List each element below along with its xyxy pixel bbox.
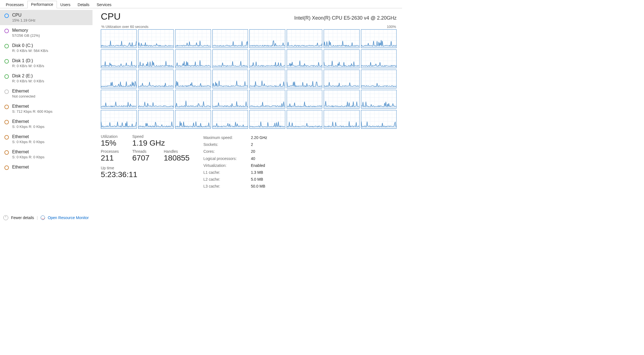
sidebar-item-title: Disk 0 (C:) (12, 43, 48, 48)
circle-icon (4, 150, 9, 155)
core-chart-12 (249, 49, 285, 68)
spec-val: Enabled (251, 162, 265, 169)
sidebar-item-sub: S: 712 Kbps R: 600 Kbps (12, 109, 52, 114)
core-chart-19 (212, 70, 248, 88)
spec-key: Sockets: (203, 141, 247, 148)
sidebar-item-3[interactable]: Disk 1 (D:)R: 0 KB/s W: 0 KB/s (0, 56, 93, 71)
tab-processes[interactable]: Processes (2, 1, 27, 8)
fewer-details-link[interactable]: Fewer details (11, 215, 34, 220)
spec-key: Maximum speed: (203, 134, 247, 141)
core-chart-6 (324, 29, 360, 48)
spec-row: Cores:20 (203, 148, 267, 155)
spec-val: 1.3 MB (251, 169, 263, 176)
sidebar-item-5[interactable]: EthernetNot connected (0, 86, 93, 101)
core-chart-23 (361, 70, 397, 88)
open-resource-monitor-link[interactable]: Open Resource Monitor (48, 215, 89, 220)
handles-label: Handles (164, 149, 189, 154)
task-manager-window: ProcessesPerformanceUsersDetailsServices… (0, 0, 402, 222)
sidebar-item-sub: Not connected (12, 94, 35, 98)
core-chart-15 (361, 49, 397, 68)
sidebar-item-title: Memory (12, 28, 40, 33)
circle-icon (4, 90, 9, 94)
processes-value: 211 (101, 154, 126, 162)
tab-users[interactable]: Users (57, 1, 74, 8)
core-chart-29 (287, 90, 323, 109)
core-chart-17 (138, 70, 174, 88)
circle-icon (4, 59, 9, 64)
threads-value: 6707 (132, 154, 157, 162)
circle-icon (4, 14, 9, 18)
main-header: CPU Intel(R) Xeon(R) CPU E5-2630 v4 @ 2.… (101, 11, 397, 22)
sidebar-item-4[interactable]: Disk 2 (E:)R: 0 KB/s W: 0 KB/s (0, 71, 93, 86)
core-chart-31 (361, 90, 397, 109)
core-chart-24 (101, 90, 137, 109)
page-title: CPU (101, 11, 121, 22)
resource-monitor-icon[interactable] (41, 215, 45, 220)
tab-details[interactable]: Details (74, 1, 93, 8)
core-chart-37 (287, 110, 323, 129)
sidebar-item-title: Ethernet (12, 134, 44, 139)
core-chart-32 (101, 110, 137, 129)
circle-icon (4, 165, 9, 170)
core-chart-1 (138, 29, 174, 48)
sidebar-item-0[interactable]: CPU15% 1.19 GHz (0, 10, 93, 25)
sidebar-item-sub: 15% 1.19 GHz (12, 18, 36, 22)
sidebar-item-sub: S: 0 Kbps R: 0 Kbps (12, 125, 44, 129)
core-chart-9 (138, 49, 174, 68)
separator: | (37, 215, 38, 220)
sidebar-item-9[interactable]: EthernetS: 0 Kbps R: 0 Kbps (0, 147, 93, 162)
spec-key: Virtualization: (203, 162, 247, 169)
spec-key: L1 cache: (203, 169, 247, 176)
sidebar-item-1[interactable]: Memory57/256 GB (22%) (0, 25, 93, 40)
core-chart-13 (287, 49, 323, 68)
sidebar-item-7[interactable]: EthernetS: 0 Kbps R: 0 Kbps (0, 116, 93, 132)
circle-icon (4, 135, 9, 140)
speed-value: 1.19 GHz (132, 139, 165, 148)
spec-val: 5.0 MB (251, 176, 263, 183)
spec-row: L2 cache:5.0 MB (203, 176, 267, 183)
cpu-core-grid (101, 29, 397, 129)
core-chart-27 (212, 90, 248, 109)
tab-services[interactable]: Services (93, 1, 115, 8)
sidebar-item-title: Disk 2 (E:) (12, 73, 44, 78)
chevron-up-icon[interactable]: ˄ (3, 215, 8, 220)
spec-row: L3 cache:50.0 MB (203, 183, 267, 190)
circle-icon (4, 105, 9, 109)
core-chart-5 (287, 29, 323, 48)
sidebar-item-10[interactable]: Ethernet (0, 162, 93, 173)
tab-performance[interactable]: Performance (27, 1, 57, 8)
main-panel: CPU Intel(R) Xeon(R) CPU E5-2630 v4 @ 2.… (93, 8, 402, 213)
sidebar[interactable]: CPU15% 1.19 GHzMemory57/256 GB (22%)Disk… (0, 8, 93, 213)
sidebar-item-6[interactable]: EthernetS: 712 Kbps R: 600 Kbps (0, 101, 93, 116)
core-chart-28 (249, 90, 285, 109)
spec-key: L2 cache: (203, 176, 247, 183)
sidebar-item-sub: R: 0 KB/s W: 564 KB/s (12, 49, 48, 53)
spec-val: 2 (251, 141, 253, 148)
sidebar-item-title: Ethernet (12, 119, 44, 124)
core-chart-3 (212, 29, 248, 48)
stats-area: Utilization 15% Speed 1.19 GHz Processes… (101, 134, 397, 190)
processes-label: Processes (101, 149, 126, 154)
spec-val: 40 (251, 155, 255, 162)
spec-val: 50.0 MB (251, 183, 265, 190)
sidebar-item-2[interactable]: Disk 0 (C:)R: 0 KB/s W: 564 KB/s (0, 40, 93, 56)
core-chart-35 (212, 110, 248, 129)
sidebar-item-title: CPU (12, 13, 36, 18)
sidebar-item-title: Disk 1 (D:) (12, 58, 44, 63)
tab-bar: ProcessesPerformanceUsersDetailsServices (0, 0, 402, 8)
handles-value: 180855 (164, 154, 189, 162)
core-chart-30 (324, 90, 360, 109)
sidebar-item-sub: S: 0 Kbps R: 0 Kbps (12, 140, 44, 144)
sidebar-item-8[interactable]: EthernetS: 0 Kbps R: 0 Kbps (0, 132, 93, 147)
spec-row: Sockets:2 (203, 141, 267, 148)
chart-axis-labels: % Utilization over 60 seconds 100% (101, 25, 396, 29)
spec-key: L3 cache: (203, 183, 247, 190)
chart-axis-right: 100% (387, 25, 396, 29)
core-chart-0 (101, 29, 137, 48)
spec-row: Logical processors:40 (203, 155, 267, 162)
utilization-label: Utilization (101, 134, 126, 139)
sidebar-item-title: Ethernet (12, 149, 44, 154)
body: CPU15% 1.19 GHzMemory57/256 GB (22%)Disk… (0, 8, 402, 213)
core-chart-33 (138, 110, 174, 129)
spec-table: Maximum speed:2.20 GHzSockets:2Cores:20L… (203, 134, 267, 190)
